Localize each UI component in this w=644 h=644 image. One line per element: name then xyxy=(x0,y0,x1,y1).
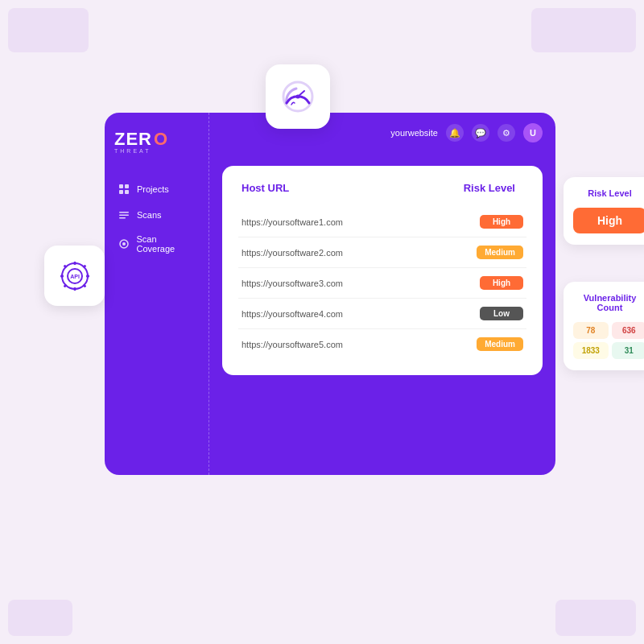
risk-level-title: Risk Level xyxy=(573,188,644,198)
scan-coverage-icon xyxy=(118,237,130,250)
svg-point-2 xyxy=(296,95,300,99)
deco-top-right xyxy=(531,8,636,52)
logo-o: O xyxy=(154,129,167,150)
deco-top-left xyxy=(8,8,89,52)
avatar[interactable]: U xyxy=(523,123,543,142)
table-row: https://yoursoftware5.com Medium xyxy=(238,329,526,359)
deco-bottom-left xyxy=(8,600,72,636)
app-logo: ZER O THREAT xyxy=(114,129,199,154)
svg-rect-16 xyxy=(119,190,123,194)
logo-zer: ZER xyxy=(114,129,152,150)
vulnerability-count-title: Vulnerability Count xyxy=(573,293,644,312)
chat-icon[interactable]: 💬 xyxy=(472,124,489,142)
row-url-5: https://yoursoftware5.com xyxy=(242,340,343,349)
table-header: Host URL Risk Level xyxy=(238,182,526,194)
risk-badge-4: Low xyxy=(480,307,523,320)
svg-point-22 xyxy=(122,242,126,246)
speedometer-icon xyxy=(280,79,316,114)
risk-badge-5: Medium xyxy=(477,337,523,351)
sidebar: ZER O THREAT Projects xyxy=(105,113,209,475)
svg-rect-14 xyxy=(119,184,123,188)
col-risk-label: Risk Level xyxy=(464,182,515,194)
vuln-cell-4: 31 xyxy=(612,342,645,359)
scans-icon xyxy=(118,208,130,221)
svg-rect-20 xyxy=(119,217,126,219)
svg-text:API: API xyxy=(70,274,80,279)
vuln-cell-1: 78 xyxy=(573,322,609,339)
risk-badge-3: High xyxy=(480,276,523,290)
risk-level-card: Risk Level High xyxy=(564,177,644,245)
svg-rect-12 xyxy=(63,283,67,287)
sidebar-item-scan-coverage[interactable]: Scan Coverage xyxy=(114,228,199,260)
table-row: https://yoursoftware1.com High xyxy=(238,207,526,237)
svg-rect-11 xyxy=(82,264,86,268)
col-host-label: Host URL xyxy=(242,182,289,194)
svg-rect-7 xyxy=(73,287,76,291)
risk-badge-2: Medium xyxy=(477,246,523,259)
svg-rect-8 xyxy=(60,275,64,277)
page-background: API Risk Level High Vulnerability Count … xyxy=(0,0,644,644)
risk-badge-1: High xyxy=(480,215,523,229)
svg-rect-13 xyxy=(82,283,86,287)
main-card: API Risk Level High Vulnerability Count … xyxy=(105,113,555,475)
vulnerability-grid: 78 636 1833 31 xyxy=(573,322,644,359)
table-row: https://yoursoftware4.com Low xyxy=(238,299,526,329)
svg-rect-15 xyxy=(125,184,129,188)
scan-coverage-label: Scan Coverage xyxy=(137,234,196,254)
row-url-3: https://yoursoftware3.com xyxy=(242,279,343,288)
scans-label: Scans xyxy=(137,210,162,220)
table-row: https://yoursoftware3.com High xyxy=(238,268,526,299)
svg-rect-9 xyxy=(86,275,89,277)
projects-label: Projects xyxy=(137,184,169,194)
header-bar: yourwebsite 🔔 💬 ⚙ U xyxy=(209,113,555,153)
vulnerability-count-card: Vulnerability Count 78 636 1833 31 xyxy=(564,282,644,370)
svg-rect-19 xyxy=(119,215,129,217)
projects-icon xyxy=(118,183,130,196)
host-table-card: Host URL Risk Level https://yoursoftware… xyxy=(222,166,543,375)
vuln-cell-2: 636 xyxy=(612,322,645,339)
svg-rect-18 xyxy=(119,212,129,213)
row-url-1: https://yoursoftware1.com xyxy=(242,217,343,227)
deco-bottom-right xyxy=(555,600,636,636)
settings-icon[interactable]: ⚙ xyxy=(497,124,515,142)
api-card: API xyxy=(44,246,105,306)
svg-rect-6 xyxy=(73,262,76,265)
vuln-cell-3: 1833 xyxy=(573,342,609,359)
risk-level-value: High xyxy=(573,208,644,233)
table-row: https://yoursoftware2.com Medium xyxy=(238,237,526,268)
logo-subtitle: THREAT xyxy=(114,148,199,154)
row-url-2: https://yoursoftware2.com xyxy=(242,248,343,258)
api-gear-icon: API xyxy=(57,258,93,294)
notification-icon[interactable]: 🔔 xyxy=(446,124,464,142)
site-name: yourwebsite xyxy=(390,128,438,138)
sidebar-item-projects[interactable]: Projects xyxy=(114,176,199,202)
sidebar-item-scans[interactable]: Scans xyxy=(114,202,199,228)
row-url-4: https://yoursoftware4.com xyxy=(242,309,343,319)
svg-rect-10 xyxy=(63,264,67,268)
svg-rect-17 xyxy=(125,190,129,194)
content-area: Host URL Risk Level https://yoursoftware… xyxy=(209,153,555,475)
